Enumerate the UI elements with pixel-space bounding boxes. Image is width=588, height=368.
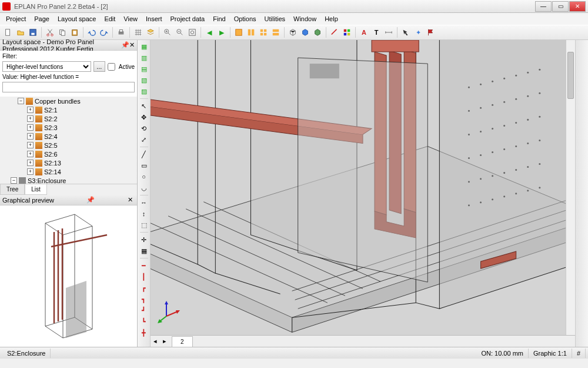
tb-undo-icon[interactable]: [86, 26, 98, 38]
tb-zoom-fit-icon[interactable]: [186, 26, 198, 38]
vt-select-icon[interactable]: ↖: [139, 101, 149, 111]
viewport-tab-2[interactable]: 2: [172, 336, 193, 347]
vt-dimv-icon[interactable]: ↕: [139, 208, 149, 219]
pin-icon[interactable]: 📌: [86, 196, 95, 204]
tree-item[interactable]: +S2:3: [0, 123, 137, 132]
tb-color-icon[interactable]: [341, 26, 353, 38]
vt-copper2-icon[interactable]: ┃: [139, 271, 149, 282]
menu-window[interactable]: Window: [290, 14, 320, 24]
maximize-button[interactable]: ▭: [552, 1, 569, 12]
minimize-button[interactable]: —: [535, 1, 552, 12]
tb-new-icon[interactable]: [2, 26, 14, 38]
tb-layers-icon[interactable]: [145, 26, 156, 38]
tree-copper-bundles[interactable]: −Copper bundles: [0, 97, 137, 105]
vt-route-icon[interactable]: ▧: [139, 75, 149, 85]
tab-tree[interactable]: Tree: [0, 184, 25, 195]
tb-zoom-out-icon[interactable]: [174, 26, 186, 38]
tb-open-icon[interactable]: [15, 26, 26, 38]
panel-close-icon[interactable]: ✕: [129, 41, 135, 49]
preview-canvas[interactable]: [0, 205, 137, 347]
close-button[interactable]: ✕: [569, 1, 586, 12]
tb-save-icon[interactable]: [27, 26, 39, 38]
tb-arrow-icon[interactable]: [400, 26, 412, 38]
tb-solid-icon[interactable]: [312, 26, 323, 38]
menu-insert[interactable]: Insert: [142, 14, 166, 24]
vt-dim-icon[interactable]: ↔: [139, 197, 149, 208]
status-hash-icon[interactable]: #: [572, 349, 586, 358]
tree-item[interactable]: +S2:1: [0, 105, 137, 114]
tb-copy-icon[interactable]: [56, 26, 68, 38]
vt-scale-icon[interactable]: ⤢: [139, 134, 149, 145]
vt-copper1-icon[interactable]: ━: [139, 260, 149, 271]
tree-item[interactable]: +S2:6: [0, 150, 137, 158]
vt-rect-icon[interactable]: ▭: [139, 160, 149, 171]
menu-options[interactable]: Options: [230, 14, 260, 24]
vt-rail-icon[interactable]: ▤: [139, 64, 149, 74]
menu-page[interactable]: Page: [31, 14, 53, 24]
menu-help[interactable]: Help: [321, 14, 342, 24]
axis-gizmo[interactable]: [158, 300, 181, 323]
tb-dim-icon[interactable]: [383, 26, 395, 38]
menu-find[interactable]: Find: [209, 14, 229, 24]
tb-measure-icon[interactable]: [329, 26, 340, 38]
tb-view4-icon[interactable]: [270, 26, 282, 38]
menu-layout-space[interactable]: Layout space: [54, 14, 99, 24]
vt-circle-icon[interactable]: ○: [139, 171, 149, 182]
vp-tab-next-icon[interactable]: ▸: [160, 337, 169, 346]
vp-tab-prev-icon[interactable]: ◂: [151, 337, 160, 346]
vt-grid-icon[interactable]: ▦: [139, 246, 149, 256]
scrollbar-vertical[interactable]: [566, 40, 575, 335]
active-checkbox[interactable]: [108, 63, 115, 71]
vt-copper3-icon[interactable]: ┏: [139, 283, 149, 293]
filter-browse-button[interactable]: ...: [93, 61, 105, 72]
tree-item[interactable]: +S2:5: [0, 141, 137, 150]
menu-edit[interactable]: Edit: [101, 14, 119, 24]
tb-redo-icon[interactable]: [98, 26, 110, 38]
preview-close-icon[interactable]: ✕: [126, 196, 135, 204]
vt-copper7-icon[interactable]: ╋: [139, 327, 149, 338]
tb-view3-icon[interactable]: [258, 26, 269, 38]
vt-rotate-icon[interactable]: ⟲: [139, 123, 149, 134]
tree-enclosure[interactable]: −S3:Enclosure: [0, 176, 137, 184]
vt-move-icon[interactable]: ✥: [139, 112, 149, 122]
menu-view[interactable]: View: [120, 14, 141, 24]
value-input[interactable]: [2, 82, 135, 92]
tb-flag-icon[interactable]: [425, 26, 436, 38]
viewport-3d[interactable]: ◂ ▸ 2: [151, 40, 575, 347]
vt-line-icon[interactable]: ╱: [139, 149, 149, 160]
tb-zoom-in-icon[interactable]: [162, 26, 173, 38]
tree-item[interactable]: +S2:4: [0, 132, 137, 141]
tb-view1-icon[interactable]: [233, 26, 245, 38]
tb-view2-icon[interactable]: [245, 26, 257, 38]
tree-item[interactable]: +S2:14: [0, 167, 137, 176]
vt-copper5-icon[interactable]: ┛: [139, 305, 149, 316]
tb-wireframe-icon[interactable]: [299, 26, 311, 38]
menu-utilities[interactable]: Utilities: [261, 14, 289, 24]
tree-item[interactable]: +S2:13: [0, 158, 137, 167]
tab-list[interactable]: List: [25, 184, 47, 195]
tb-cut-icon[interactable]: [44, 26, 56, 38]
vt-tag-icon[interactable]: ⬚: [139, 220, 149, 230]
tb-nav-right-icon[interactable]: ▶: [216, 26, 228, 38]
menu-project[interactable]: Project: [2, 14, 29, 24]
tree-item[interactable]: +S2:2: [0, 114, 137, 123]
vt-arc-icon[interactable]: ◡: [139, 183, 149, 193]
tb-nav-left-icon[interactable]: ◀: [203, 26, 215, 38]
filter-select[interactable]: Higher-level functions: [2, 61, 91, 72]
tb-a-icon[interactable]: A: [358, 26, 370, 38]
pin-icon[interactable]: 📌: [121, 41, 129, 49]
vt-device-icon[interactable]: ▥: [139, 52, 149, 63]
vt-copper6-icon[interactable]: ┗: [139, 316, 149, 327]
tb-box-icon[interactable]: [287, 26, 299, 38]
tb-star-icon[interactable]: ✦: [412, 26, 424, 38]
tb-print-icon[interactable]: [115, 26, 127, 38]
tb-paste-icon[interactable]: [69, 26, 81, 38]
menu-project-data[interactable]: Project data: [167, 14, 209, 24]
vt-copper4-icon[interactable]: ┓: [139, 294, 149, 304]
vt-duct-icon[interactable]: ▨: [139, 86, 149, 97]
vt-add-icon[interactable]: ▦: [139, 41, 149, 52]
tb-grid-icon[interactable]: [132, 26, 144, 38]
tb-t-icon[interactable]: T: [370, 26, 382, 38]
vt-snap-icon[interactable]: ✛: [139, 234, 149, 245]
tree-view[interactable]: −Copper bundles +S2:1 +S2:2 +S2:3 +S2:4 …: [0, 97, 137, 184]
